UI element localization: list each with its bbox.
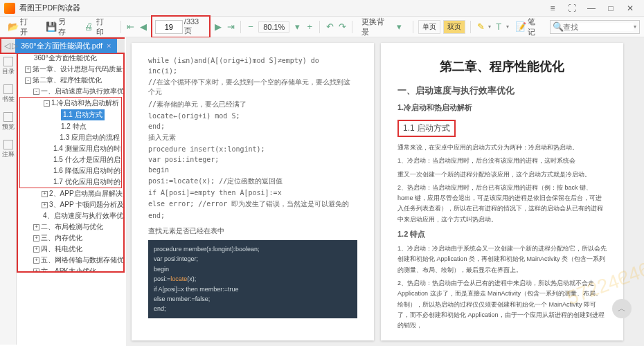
app-logo-icon: [4, 3, 15, 14]
toggle-icon[interactable]: +: [42, 191, 48, 197]
search-input[interactable]: [563, 23, 634, 31]
note-button[interactable]: 📝笔记: [512, 15, 547, 39]
view-double-button[interactable]: 双页: [443, 20, 465, 34]
outline-item[interactable]: +四、耗电优化: [18, 244, 123, 255]
outline-item[interactable]: 1.3 应用启动的流程: [20, 132, 121, 143]
close-button[interactable]: ✕: [620, 0, 640, 17]
rail-bookmark[interactable]: 书签: [2, 84, 15, 104]
zoom-in-button[interactable]: +: [305, 22, 314, 32]
save-button[interactable]: 💾另存: [42, 15, 78, 39]
outline-item[interactable]: 1.7 优化应用启动时的体验: [20, 176, 121, 188]
outline-label: 1.7 优化应用启动时的体验: [53, 177, 121, 187]
view-single-button[interactable]: 单页: [418, 20, 440, 34]
outline-icon: [3, 57, 13, 66]
toggle-icon[interactable]: -: [33, 89, 39, 95]
toggle-icon[interactable]: -: [25, 78, 31, 84]
tab-close-button[interactable]: ×: [107, 42, 111, 50]
outline-item[interactable]: 360°全方面性能优化: [18, 53, 123, 64]
toolbar: 📂打开 💾另存 🖨打印 ⇤ ◀ /333页 ▶ ⇥ − 80.1% ▾ + ↶ …: [0, 17, 644, 37]
tab-prev-button[interactable]: ◁: [4, 41, 10, 51]
code-line: var posi:integer;: [154, 254, 352, 264]
tab-next-button[interactable]: ▷: [12, 41, 18, 51]
last-page-button[interactable]: ⇥: [226, 22, 235, 32]
outline-item[interactable]: -第二章、程序性能优化: [18, 75, 123, 86]
background-button[interactable]: 更换背景▾: [357, 15, 408, 39]
tab-strip: ◁ ▷ 360°全方面性能调优.pdf ×: [0, 37, 125, 54]
rail-outline[interactable]: 目录: [2, 57, 15, 76]
page-left: while (i≤n)and(A[(orig+i)mod S]≠empty) d…: [132, 43, 374, 340]
outline-item[interactable]: 1.1 启动方式: [20, 109, 121, 121]
outline-item[interactable]: +二、布局检测与优化: [18, 221, 123, 233]
outline-item[interactable]: 1.5 什么才是应用的启动时间: [20, 154, 121, 165]
minimize-button[interactable]: —: [582, 0, 601, 17]
chevron-down-icon[interactable]: ▾: [506, 24, 509, 30]
toggle-icon[interactable]: +: [33, 257, 39, 264]
text-tool-button[interactable]: T: [494, 22, 503, 32]
outline-label: 1.6 降低应用启动时的耗时: [53, 166, 121, 176]
search-icon: 🔍: [553, 22, 563, 32]
first-page-button[interactable]: ⇤: [126, 22, 136, 32]
bookmark-icon: [3, 84, 13, 94]
chevron-down-icon[interactable]: ▾: [634, 24, 636, 30]
maximize-button[interactable]: □: [601, 0, 620, 17]
separator: [352, 21, 352, 33]
open-button[interactable]: 📂打开: [4, 15, 39, 39]
toggle-icon[interactable]: +: [42, 202, 48, 208]
toggle-icon[interactable]: +: [33, 235, 39, 242]
outline-label: 1.冷启动和热启动解析: [51, 98, 119, 108]
section-h1: 一、启动速度与执行效率优化: [397, 84, 607, 97]
toggle-icon[interactable]: +: [33, 268, 39, 273]
outline-label: 一、启动速度与执行效率优化: [41, 86, 123, 96]
outline-item[interactable]: 1.6 降低应用启动时的耗时: [20, 165, 121, 176]
outline-label: 二、布局检测与优化: [41, 222, 103, 232]
rotate-right-button[interactable]: ↷: [337, 22, 347, 32]
search-box[interactable]: 🔍 ▾: [550, 20, 640, 34]
outline-label: 三、内存优化: [41, 233, 82, 243]
fullscreen-button[interactable]: ⛶: [562, 0, 582, 17]
chevron-down-icon[interactable]: ▾: [292, 22, 302, 32]
outline-item[interactable]: +五、网络传输与数据存储优化: [18, 255, 123, 266]
tab-nav: ◁ ▷: [4, 41, 18, 51]
chevron-down-icon[interactable]: ▾: [488, 24, 491, 30]
note-icon: 📝: [516, 22, 526, 32]
toggle-icon[interactable]: -: [44, 100, 50, 107]
outline-item[interactable]: 4、启动速度与执行效率优化之StrictM: [18, 210, 123, 221]
outline-item[interactable]: +六、APK大小优化: [18, 266, 123, 273]
document-tab[interactable]: 360°全方面性能调优.pdf ×: [15, 39, 117, 53]
toggle-icon[interactable]: +: [33, 224, 39, 230]
outline-item[interactable]: +2、APP启动黑白屏解决办法: [18, 188, 123, 199]
outline-panel: 目录 × 360°全方面性能优化+第一章、设计思想与代码质量优化-第二章、程序性…: [17, 37, 125, 273]
highlight-button[interactable]: ✎: [476, 22, 485, 32]
zoom-value[interactable]: 80.1%: [258, 21, 289, 33]
menu-button[interactable]: ≡: [543, 0, 562, 17]
separator: [413, 21, 413, 33]
code-line: end;: [154, 304, 352, 313]
outline-item[interactable]: +三、内存优化: [18, 233, 123, 244]
rotate-left-button[interactable]: ↶: [325, 22, 334, 32]
outline-label: 1.5 什么才是应用的启动时间: [53, 155, 121, 165]
outline-item[interactable]: +第一章、设计思想与代码质量优化: [18, 64, 123, 75]
rail-preview[interactable]: 预览: [2, 112, 15, 131]
outline-label: 360°全方面性能优化: [34, 53, 97, 63]
toggle-icon[interactable]: +: [33, 246, 39, 253]
rail-annot[interactable]: 注释: [2, 140, 15, 159]
outline-item[interactable]: 1.2 特点: [20, 121, 121, 132]
page-indicator: /333页: [151, 15, 211, 38]
print-button[interactable]: 🖨打印: [80, 15, 116, 39]
zoom-out-button[interactable]: −: [246, 22, 256, 32]
outline-label: 4、启动速度与执行效率优化之StrictM: [43, 211, 123, 221]
prev-page-button[interactable]: ◀: [138, 22, 148, 32]
zoom-controls: − 80.1% ▾ +: [246, 21, 314, 33]
outline-item[interactable]: -1.冷启动和热启动解析: [20, 98, 121, 109]
section-h3-highlight: 1.1 启动方式: [397, 120, 456, 137]
outline-item[interactable]: +3、APP 卡顿问题分析及解决方案: [18, 199, 123, 210]
outline-item[interactable]: 1.4 测量应用启动的时间: [20, 143, 121, 154]
page-input[interactable]: [155, 20, 183, 34]
next-page-button[interactable]: ▶: [213, 22, 223, 32]
separator: [470, 21, 471, 33]
app-title: 看图王PDF阅读器: [19, 3, 543, 13]
outline-label: 第一章、设计思想与代码质量优化: [33, 64, 123, 74]
outline-item[interactable]: -一、启动速度与执行效率优化: [18, 86, 123, 97]
scroll-top-button[interactable]: ︿: [612, 299, 632, 318]
toggle-icon[interactable]: +: [25, 66, 31, 73]
